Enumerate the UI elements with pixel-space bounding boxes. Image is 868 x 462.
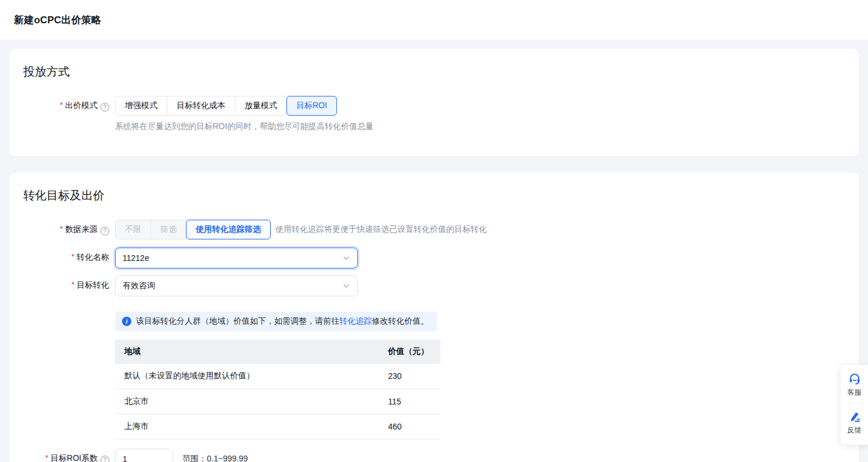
column-header-region: 地域 [115,339,379,364]
target-conversion-row: *目标转化 有效咨询 [23,275,845,296]
target-conversion-value: 有效咨询 [123,281,155,291]
conversion-target-card: 转化目标及出价 *数据来源? 不限 筛选 使用转化追踪筛选 使用转化追踪将更便于… [9,173,859,462]
required-asterisk: * [45,453,48,462]
table-row: 上海市 460 [115,414,440,439]
region-cell: 北京市 [115,389,379,414]
bid-mode-option-target-roi[interactable]: 目标ROI [286,96,337,116]
data-source-helper-text: 使用转化追踪将更便于快速筛选已设置转化价值的目标转化 [275,220,487,235]
value-cell: 460 [379,414,440,439]
bid-mode-option-enhanced[interactable]: 增强模式 [115,96,167,116]
target-conversion-select[interactable]: 有效咨询 [115,275,358,296]
value-cell: 230 [379,364,440,389]
table-row: 北京市 115 [115,389,440,414]
region-cell: 默认（未设置的地域使用默认价值） [115,364,379,389]
conversion-tracking-link[interactable]: 转化追踪 [339,316,372,325]
help-icon[interactable]: ? [101,227,109,235]
info-icon: i [122,317,131,326]
required-asterisk: * [60,224,63,233]
customer-service-label: 客服 [848,388,862,397]
bid-mode-label: *出价模式? [23,96,109,112]
section-title-conversion: 转化目标及出价 [23,188,845,203]
roi-range-hint: 范围：0.1~999.99 [182,449,248,462]
bid-mode-row: *出价模式? 增强模式 目标转化成本 放量模式 目标ROI 系统将在尽量达到您的… [23,96,845,132]
column-header-value: 价值（元） [379,339,440,364]
chevron-down-icon [342,254,350,262]
bid-mode-helper-text: 系统将在尽量达到您的目标ROI的同时，帮助您尽可能提高转化价值总量 [115,121,374,132]
region-cell: 上海市 [115,414,379,439]
customer-service-button[interactable]: 客服 [848,371,862,401]
value-table-wrap: 地域 价值（元） 默认（未设置的地域使用默认价值） 230 北京市 115 上海… [23,339,845,439]
bid-mode-button-group: 增强模式 目标转化成本 放量模式 目标ROI [115,96,337,116]
chevron-down-icon [342,282,350,290]
section-title-delivery: 投放方式 [23,64,845,80]
data-source-option-unlimited[interactable]: 不限 [115,220,151,239]
help-icon[interactable]: ? [101,103,109,112]
data-source-button-group: 不限 筛选 使用转化追踪筛选 [115,220,271,239]
divider [846,403,863,404]
feedback-label: 反馈 [848,425,862,435]
data-source-option-tracking-filter[interactable]: 使用转化追踪筛选 [186,220,271,239]
feedback-button[interactable]: 反馈 [848,409,862,439]
data-source-option-filter[interactable]: 筛选 [150,220,186,239]
data-source-label: *数据来源? [23,220,109,235]
table-row: 默认（未设置的地域使用默认价值） 230 [115,364,440,389]
floating-side-panel: 客服 反馈 [841,365,868,445]
roi-factor-input[interactable] [115,449,173,462]
table-header-row: 地域 价值（元） [115,339,440,364]
bid-mode-option-target-cpa[interactable]: 目标转化成本 [167,96,235,116]
delivery-method-card: 投放方式 *出价模式? 增强模式 目标转化成本 放量模式 目标ROI 系统将在尽… [9,49,859,156]
info-banner-text: 该目标转化分人群（地域）价值如下，如需调整，请前往转化追踪修改转化价值。 [136,316,429,327]
target-conversion-label: *目标转化 [23,275,109,291]
info-banner-wrap: i 该目标转化分人群（地域）价值如下，如需调整，请前往转化追踪修改转化价值。 [23,303,845,331]
conversion-name-row: *转化名称 11212e [23,248,845,268]
data-source-row: *数据来源? 不限 筛选 使用转化追踪筛选 使用转化追踪将更便于快速筛选已设置转… [23,220,845,239]
roi-factor-row: *目标ROI系数? 范围：0.1~999.99 [23,449,845,462]
page-title: 新建oCPC出价策略 [14,13,101,27]
page-header: 新建oCPC出价策略 [0,0,868,40]
conversion-name-label: *转化名称 [23,248,109,263]
bid-mode-option-volume[interactable]: 放量模式 [235,96,287,116]
required-asterisk: * [71,280,74,289]
info-banner: i 该目标转化分人群（地域）价值如下，如需调整，请前往转化追踪修改转化价值。 [115,311,437,331]
help-icon[interactable]: ? [101,456,109,462]
roi-factor-label: *目标ROI系数? [23,449,109,462]
conversion-name-value: 11212e [123,253,149,263]
value-cell: 115 [379,389,440,414]
headset-icon [848,372,862,386]
pencil-icon [848,410,862,424]
region-value-table: 地域 价值（元） 默认（未设置的地域使用默认价值） 230 北京市 115 上海… [115,339,440,439]
required-asterisk: * [71,252,74,261]
required-asterisk: * [60,101,63,109]
conversion-name-select[interactable]: 11212e [115,248,358,268]
